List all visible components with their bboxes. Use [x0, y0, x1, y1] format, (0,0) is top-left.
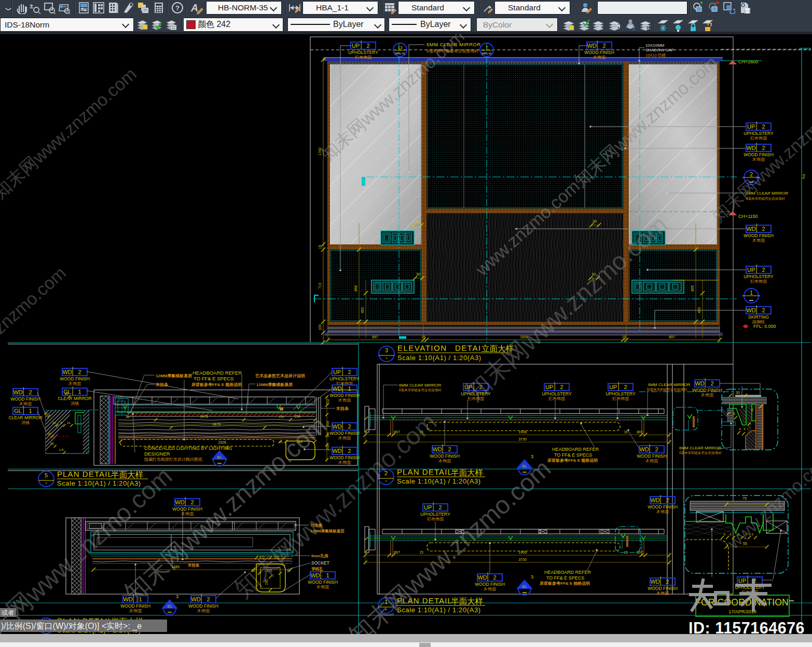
svg-text:木饰面: 木饰面 — [656, 510, 669, 514]
svg-text:WD: WD — [746, 145, 755, 151]
svg-text:5: 5 — [733, 412, 735, 416]
svg-text:WD: WD — [332, 448, 341, 454]
svg-text:112: 112 — [326, 398, 329, 404]
svg-text:WOOD FINISH: WOOD FINISH — [648, 586, 678, 591]
svg-text:CLEAR MIRROR: CLEAR MIRROR — [58, 396, 91, 401]
svg-text:1: 1 — [348, 386, 351, 392]
svg-text:HEADBOARD REFER: HEADBOARD REFER — [544, 570, 591, 575]
svg-text:2: 2 — [348, 369, 351, 375]
svg-text:2: 2 — [29, 389, 32, 395]
svg-text:扪布饰面: 扪布饰面 — [355, 55, 372, 60]
svg-text:15: 15 — [318, 245, 322, 249]
svg-text:UP: UP — [333, 369, 341, 375]
svg-text:UP: UP — [545, 384, 553, 390]
svg-text:WD: WD — [746, 226, 755, 232]
svg-text:10: 10 — [323, 57, 326, 61]
svg-text:2: 2 — [560, 384, 563, 390]
svg-text:848: 848 — [354, 285, 357, 292]
svg-text:30: 30 — [593, 219, 597, 223]
svg-text:30: 30 — [416, 272, 420, 276]
svg-text:2: 2 — [762, 267, 765, 273]
svg-text:床背板参考FF& E 抽格说明: 床背板参考FF& E 抽格说明 — [539, 581, 590, 586]
svg-text:TO FF& E SPECS: TO FF& E SPECS — [194, 376, 233, 381]
svg-text:9: 9 — [739, 428, 741, 431]
svg-text:WD: WD — [695, 380, 704, 387]
svg-text:2: 2 — [493, 574, 497, 581]
svg-text:75龙骨: 75龙骨 — [310, 523, 323, 528]
svg-text:WD: WD — [123, 596, 132, 602]
svg-text:9: 9 — [723, 533, 725, 536]
svg-text:UP: UP — [609, 384, 617, 390]
svg-text:WD: WD — [191, 596, 200, 602]
svg-text:1476: 1476 — [200, 415, 208, 418]
svg-text:木挂条: 木挂条 — [155, 382, 169, 387]
svg-text:6毫米厚明镜备有合底玻璃衬: 6毫米厚明镜备有合底玻璃衬 — [679, 451, 722, 455]
svg-text:GL: GL — [63, 389, 71, 395]
svg-text:扪布饰面: 扪布饰面 — [750, 136, 767, 141]
svg-text:木饰面: 木饰面 — [438, 459, 451, 463]
svg-text:FFL: 0.000: FFL: 0.000 — [753, 324, 776, 329]
svg-text:2: 2 — [367, 43, 370, 49]
svg-text:WOOD FINISH: WOOD FINISH — [308, 580, 338, 585]
svg-text:1: 1 — [139, 596, 142, 602]
svg-text:6MM CLEAR MIRROR: 6MM CLEAR MIRROR — [679, 446, 722, 450]
svg-text:2: 2 — [439, 504, 442, 511]
svg-text:2: 2 — [762, 123, 765, 130]
svg-text:木饰面: 木饰面 — [645, 459, 658, 463]
svg-text:30: 30 — [736, 391, 740, 394]
svg-text:木饰面: 木饰面 — [656, 591, 669, 596]
svg-text:WOOD FINISH: WOOD FINISH — [10, 396, 40, 402]
svg-text:WOOD FINISH: WOOD FINISH — [584, 50, 614, 55]
svg-text:床背板参考FF& E 规格说明: 床背板参考FF& E 规格说明 — [547, 458, 598, 463]
svg-text:2: 2 — [624, 384, 627, 390]
svg-text:WD: WD — [650, 579, 659, 585]
svg-text:WD: WD — [432, 446, 442, 452]
svg-text:2: 2 — [603, 43, 606, 49]
svg-text:2: 2 — [348, 448, 351, 454]
svg-text:WOOD FINISH: WOOD FINISH — [120, 603, 150, 609]
svg-text:WOOD FINISH: WOOD FINISH — [329, 455, 360, 460]
svg-text:隐藏灯光根据灯光设计顾问图纸: 隐藏灯光根据灯光设计顾问图纸 — [144, 457, 202, 462]
svg-text:WOOD FINISH: WOOD FINISH — [744, 233, 774, 238]
svg-text:扪布饰面: 扪布饰面 — [427, 517, 444, 521]
svg-text:13: 13 — [398, 45, 403, 50]
svg-text:3: 3 — [531, 574, 533, 580]
svg-text:床背板参考FF& E 规格说明: 床背板参考FF& E 规格说明 — [191, 382, 242, 387]
svg-text:2: 2 — [448, 446, 451, 452]
svg-text:1906: 1906 — [518, 430, 527, 434]
svg-text:3: 3 — [385, 347, 388, 353]
svg-text:A: A — [190, 2, 198, 13]
svg-text:PLAN DETAIL: PLAN DETAIL — [57, 470, 113, 478]
svg-text:艺术品参照艺术品设计说明: 艺术品参照艺术品设计说明 — [255, 374, 305, 378]
svg-text:CONCEALED LIGHTING BY LIGHTING: CONCEALED LIGHTING BY LIGHTING — [144, 445, 232, 451]
svg-text:扪布饰面: 扪布饰面 — [612, 396, 629, 401]
svg-text:SHADOW GAP: SHADOW GAP — [645, 48, 674, 52]
svg-text:CLEAR MIRROR: CLEAR MIRROR — [8, 415, 42, 420]
svg-text:12MM厚氟镁板基层: 12MM厚氟镁板基层 — [310, 529, 345, 533]
svg-text:12MM厚氟镁板基层: 12MM厚氟镁板基层 — [256, 382, 293, 387]
svg-text:UP: UP — [738, 577, 746, 584]
svg-text:450: 450 — [361, 307, 364, 313]
svg-text:木饰面: 木饰面 — [316, 585, 329, 589]
svg-text:木挂条: 木挂条 — [187, 563, 200, 568]
svg-text:木饰面: 木饰面 — [338, 436, 351, 440]
svg-text:EL: EL — [217, 456, 222, 459]
svg-text:木饰面: 木饰面 — [197, 609, 210, 613]
svg-text:Scale 1:10(A1) / 1:20(A3): Scale 1:10(A1) / 1:20(A3) — [397, 606, 481, 614]
svg-text:1906: 1906 — [518, 550, 527, 554]
svg-text:UPHOLSTERY: UPHOLSTERY — [420, 512, 450, 517]
svg-text:WD: WD — [650, 497, 659, 503]
svg-text:WD: WD — [639, 446, 649, 452]
svg-text:20: 20 — [126, 415, 130, 419]
svg-text:34: 34 — [751, 408, 754, 411]
svg-text:WOOD FINISH: WOOD FINISH — [188, 603, 218, 609]
svg-text:30: 30 — [415, 219, 419, 223]
svg-text:3730: 3730 — [518, 437, 527, 441]
svg-text:WOOD FINISH: WOOD FINISH — [475, 582, 505, 587]
svg-text:WOOD FINISH: WOOD FINISH — [648, 504, 678, 510]
svg-text:2: 2 — [191, 499, 194, 505]
svg-text:3: 3 — [226, 445, 228, 450]
svg-text:CH+1150: CH+1150 — [738, 214, 758, 219]
svg-text:1875: 1875 — [212, 422, 221, 426]
svg-text:20: 20 — [48, 432, 51, 435]
